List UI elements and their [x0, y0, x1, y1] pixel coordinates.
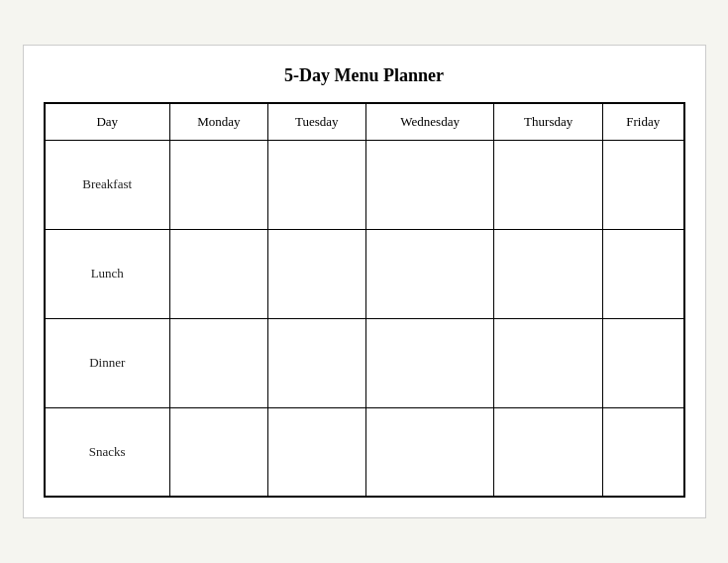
cell-dinner-wednesday[interactable] — [365, 318, 493, 407]
cell-dinner-monday[interactable] — [169, 318, 267, 407]
table-row: Dinner — [45, 318, 684, 407]
cell-breakfast-tuesday[interactable] — [267, 140, 365, 229]
cell-breakfast-friday[interactable] — [602, 140, 683, 229]
cell-lunch-thursday[interactable] — [494, 229, 603, 318]
header-row: Day Monday Tuesday Wednesday Thursday Fr… — [45, 103, 684, 141]
col-monday: Monday — [169, 103, 267, 141]
table-row: Snacks — [45, 407, 684, 497]
cell-snacks-monday[interactable] — [169, 407, 267, 497]
row-snacks-label: Snacks — [45, 407, 170, 497]
planner-table: Day Monday Tuesday Wednesday Thursday Fr… — [44, 102, 685, 499]
table-row: Breakfast — [45, 140, 684, 229]
cell-breakfast-thursday[interactable] — [494, 140, 603, 229]
col-tuesday: Tuesday — [267, 103, 365, 141]
cell-dinner-friday[interactable] — [602, 318, 683, 407]
col-day: Day — [45, 103, 170, 141]
row-dinner-label: Dinner — [45, 318, 170, 407]
row-lunch-label: Lunch — [45, 229, 170, 318]
cell-snacks-friday[interactable] — [602, 407, 683, 497]
cell-snacks-tuesday[interactable] — [267, 407, 365, 497]
cell-lunch-monday[interactable] — [169, 229, 267, 318]
cell-snacks-thursday[interactable] — [494, 407, 603, 497]
cell-lunch-friday[interactable] — [602, 229, 683, 318]
cell-breakfast-wednesday[interactable] — [365, 140, 493, 229]
cell-dinner-tuesday[interactable] — [267, 318, 365, 407]
page-title: 5-Day Menu Planner — [44, 65, 685, 86]
col-thursday: Thursday — [494, 103, 603, 141]
col-wednesday: Wednesday — [365, 103, 493, 141]
cell-lunch-wednesday[interactable] — [365, 229, 493, 318]
table-row: Lunch — [45, 229, 684, 318]
col-friday: Friday — [602, 103, 683, 141]
row-breakfast-label: Breakfast — [45, 140, 170, 229]
cell-snacks-wednesday[interactable] — [365, 407, 493, 497]
planner-page: 5-Day Menu Planner Day Monday Tuesday We… — [23, 45, 706, 519]
cell-breakfast-monday[interactable] — [169, 140, 267, 229]
cell-lunch-tuesday[interactable] — [267, 229, 365, 318]
cell-dinner-thursday[interactable] — [494, 318, 603, 407]
